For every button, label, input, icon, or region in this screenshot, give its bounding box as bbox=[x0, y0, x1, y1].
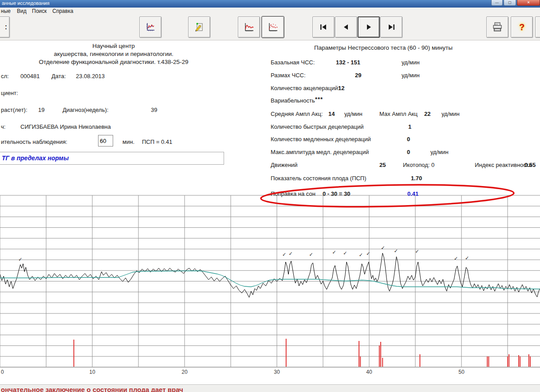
partial-right-button[interactable] bbox=[535, 16, 540, 38]
graph-button[interactable] bbox=[139, 16, 162, 38]
minimize-button[interactable]: — bbox=[491, 0, 503, 6]
psp-value: 1.70 bbox=[411, 175, 422, 182]
status-bar: ончательное заключение о состоянии плода… bbox=[0, 384, 540, 392]
svg-text:✓: ✓ bbox=[465, 255, 469, 261]
avg-amp-units: уд/мин bbox=[344, 111, 363, 117]
curve-analysis-icon bbox=[267, 21, 279, 33]
age-value: 19 bbox=[38, 107, 44, 113]
svg-text:10: 10 bbox=[89, 369, 95, 375]
menu-item-search[interactable]: Поиск bbox=[32, 8, 47, 14]
maximize-button[interactable]: ▢ bbox=[504, 0, 516, 6]
clinic-line2: акушерства, гинекологии и перинатологии. bbox=[0, 50, 227, 58]
doctor-name: СИГИЗБАЕВА Ирина Николаевна bbox=[20, 123, 111, 130]
hiccup-label: Икотопод: 0 bbox=[403, 162, 434, 168]
accel-value: 12 bbox=[338, 85, 344, 91]
max-slow-label: Макс.амплитуда медл. децелераций bbox=[271, 149, 369, 155]
svg-text:✓: ✓ bbox=[343, 250, 347, 256]
sleep-label: Поправка на сон bbox=[271, 190, 315, 197]
variability-value: *** bbox=[315, 96, 323, 103]
reactivity-label: Индекс реактивности bbox=[475, 162, 532, 168]
conclusion-text: ТГ в пределах нормы bbox=[2, 154, 69, 162]
print-button[interactable] bbox=[486, 16, 508, 38]
svg-text:40: 40 bbox=[366, 369, 372, 375]
nav-next-button[interactable] bbox=[358, 16, 380, 38]
report-edit-icon bbox=[194, 22, 205, 32]
menu-item-view[interactable]: Вид bbox=[17, 8, 27, 14]
age-label: раст(лет): bbox=[1, 107, 28, 113]
partial-icon: : bbox=[5, 23, 7, 31]
graph-icon bbox=[145, 22, 156, 32]
report-edit-button[interactable] bbox=[188, 16, 210, 38]
nav-prev-button[interactable] bbox=[335, 16, 357, 38]
sleep-value: 0.41 bbox=[407, 190, 418, 197]
basal-value: 132 - 151 bbox=[336, 59, 360, 66]
clinic-line3: Отделение функциональной диагностики. т.… bbox=[0, 58, 227, 66]
svg-text:✓: ✓ bbox=[394, 248, 398, 253]
avg-amp-label: Средняя Ампл Акц: bbox=[271, 111, 323, 117]
range-label: Размах ЧСС: bbox=[271, 72, 306, 79]
slow-decel-label: Количество медленных децелераций bbox=[271, 136, 371, 143]
client-area: Научный центр акушерства, гинекологии и … bbox=[0, 0, 540, 392]
range-units: уд/мин bbox=[402, 72, 420, 79]
svg-text:✓: ✓ bbox=[309, 252, 313, 257]
psp-inline: ПСП = 0.41 bbox=[142, 139, 172, 145]
doctor-label: ч: bbox=[1, 123, 5, 130]
max-amp-value: 22 bbox=[424, 111, 430, 117]
max-slow-value: 0 bbox=[407, 149, 410, 155]
duration-label: ительность наблюдения: bbox=[1, 139, 67, 145]
reactivity-value: 0.55 bbox=[524, 162, 536, 168]
nav-next-icon bbox=[365, 24, 372, 30]
psp-label: Показатель состояния плода (ПСП) bbox=[271, 175, 367, 182]
svg-text:✓: ✓ bbox=[282, 252, 286, 257]
sleep-calc: 0 - 30 = 30 bbox=[323, 190, 351, 197]
svg-text:✓: ✓ bbox=[366, 251, 370, 256]
curve-analysis-button[interactable] bbox=[262, 16, 284, 38]
chart-grid bbox=[0, 195, 540, 367]
duration-units: мин. bbox=[122, 139, 134, 145]
smoothed-baseline bbox=[0, 271, 540, 289]
status-text: ончательное заключение о состоянии плода… bbox=[1, 386, 183, 392]
clinic-header: Научный центр акушерства, гинекологии и … bbox=[0, 42, 227, 66]
variability-label: Вариабельность bbox=[271, 97, 315, 104]
record-number: 000481 bbox=[20, 73, 39, 79]
svg-text:0: 0 bbox=[1, 369, 4, 375]
date-label: Дата: bbox=[51, 73, 66, 79]
toolbar: : bbox=[0, 15, 540, 40]
close-button[interactable]: ✕ bbox=[517, 0, 540, 6]
help-icon: ? bbox=[519, 22, 524, 32]
fast-decel-value: 1 bbox=[408, 123, 411, 130]
help-button[interactable]: ? bbox=[511, 16, 533, 38]
svg-text:✓: ✓ bbox=[289, 251, 293, 256]
diagnosis-value: 39 bbox=[151, 107, 157, 113]
nav-last-button[interactable] bbox=[380, 16, 402, 38]
conclusion-box: ТГ в пределах нормы bbox=[0, 152, 224, 165]
sleep-circle-annotation bbox=[0, 0, 540, 392]
params-title: Параметры Нестрессового теста (60 - 90) … bbox=[270, 44, 497, 51]
duration-input[interactable] bbox=[98, 135, 113, 147]
record-label: сл: bbox=[1, 73, 9, 79]
ctg-chart: ✓✓✓✓✓✓✓✓✓✓✓✓✓01020304050 bbox=[0, 0, 540, 392]
menu-item-data-truncated[interactable]: ные bbox=[1, 8, 11, 14]
partial-left-button[interactable]: : bbox=[0, 16, 10, 38]
basal-label: Базальная ЧСС: bbox=[271, 59, 315, 66]
slow-decel-value: 0 bbox=[407, 136, 410, 143]
patient-label: циент: bbox=[1, 90, 18, 96]
diagnosis-label: Диагноз(недель): bbox=[63, 107, 108, 113]
print-icon bbox=[492, 22, 503, 32]
fhr-trace bbox=[0, 253, 540, 297]
movements-label: Движений bbox=[271, 162, 298, 168]
menu-item-help[interactable]: Справка bbox=[52, 8, 73, 14]
svg-text:✓: ✓ bbox=[18, 257, 22, 262]
title-bar: анные исследования — ▢ ✕ bbox=[0, 0, 540, 8]
curve-icon bbox=[243, 21, 255, 33]
range-value: 29 bbox=[355, 72, 361, 79]
fast-decel-label: Количество быстрых децелераций bbox=[271, 123, 364, 130]
nav-first-button[interactable] bbox=[312, 16, 335, 38]
application-window: анные исследования — ▢ ✕ ные Вид Поиск С… bbox=[0, 0, 540, 392]
basal-units: уд/мин bbox=[402, 59, 420, 66]
nav-prev-icon bbox=[343, 24, 350, 30]
curve-button[interactable] bbox=[238, 16, 260, 38]
svg-text:✓: ✓ bbox=[415, 249, 419, 254]
window-title: анные исследования bbox=[2, 0, 49, 6]
x-axis-tick-labels: 01020304050 bbox=[1, 369, 465, 375]
